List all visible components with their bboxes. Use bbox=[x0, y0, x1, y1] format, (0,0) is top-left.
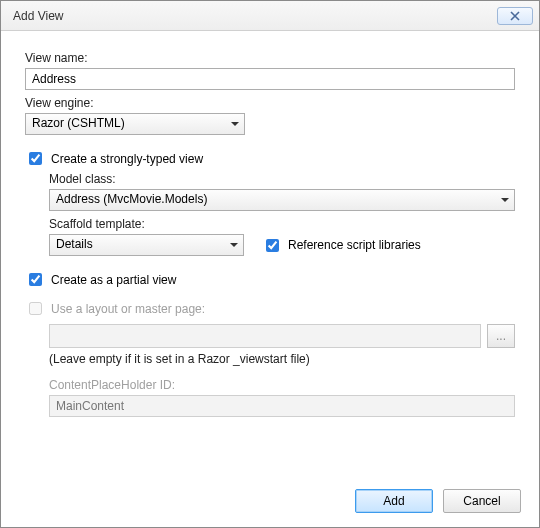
browse-layout-button: ... bbox=[487, 324, 515, 348]
reference-scripts-row: Reference script libraries bbox=[262, 236, 421, 255]
partial-view-label: Create as a partial view bbox=[51, 273, 176, 287]
close-icon bbox=[510, 11, 520, 21]
partial-view-checkbox[interactable] bbox=[29, 273, 42, 286]
reference-scripts-label: Reference script libraries bbox=[288, 238, 421, 252]
layout-path-input bbox=[49, 324, 481, 348]
scaffold-template-label: Scaffold template: bbox=[49, 217, 515, 231]
placeholder-id-label: ContentPlaceHolder ID: bbox=[49, 378, 515, 392]
scaffold-template-select[interactable]: Details bbox=[49, 234, 244, 256]
add-button[interactable]: Add bbox=[355, 489, 433, 513]
strongly-typed-row: Create a strongly-typed view bbox=[25, 149, 515, 168]
add-view-dialog: Add View View name: View engine: Razor (… bbox=[0, 0, 540, 528]
layout-hint: (Leave empty if it is set in a Razor _vi… bbox=[49, 352, 515, 366]
strongly-typed-label: Create a strongly-typed view bbox=[51, 152, 203, 166]
partial-view-row: Create as a partial view bbox=[25, 270, 515, 289]
view-name-input[interactable] bbox=[25, 68, 515, 90]
window-title: Add View bbox=[13, 9, 63, 23]
model-class-select[interactable]: Address (MvcMovie.Models) bbox=[49, 189, 515, 211]
titlebar: Add View bbox=[1, 1, 539, 31]
cancel-button[interactable]: Cancel bbox=[443, 489, 521, 513]
model-class-label: Model class: bbox=[49, 172, 515, 186]
use-layout-row: Use a layout or master page: bbox=[25, 299, 515, 318]
use-layout-label: Use a layout or master page: bbox=[51, 302, 205, 316]
strongly-typed-group: Model class: Address (MvcMovie.Models) S… bbox=[49, 168, 515, 256]
view-engine-label: View engine: bbox=[25, 96, 515, 110]
layout-group: ... (Leave empty if it is set in a Razor… bbox=[49, 318, 515, 417]
dialog-content: View name: View engine: Razor (CSHTML) C… bbox=[1, 31, 539, 481]
strongly-typed-checkbox[interactable] bbox=[29, 152, 42, 165]
use-layout-checkbox bbox=[29, 302, 42, 315]
view-engine-select[interactable]: Razor (CSHTML) bbox=[25, 113, 245, 135]
close-button[interactable] bbox=[497, 7, 533, 25]
reference-scripts-checkbox[interactable] bbox=[266, 239, 279, 252]
view-name-label: View name: bbox=[25, 51, 515, 65]
dialog-footer: Add Cancel bbox=[1, 481, 539, 527]
placeholder-id-input bbox=[49, 395, 515, 417]
